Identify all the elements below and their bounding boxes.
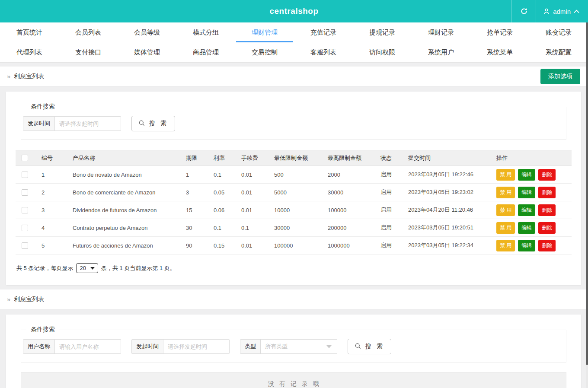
fee: 0.1 [238,219,271,237]
user-icon [543,8,550,15]
rate: 0.06 [210,201,238,219]
breadcrumb-bar-1: » 利息宝列表 添加选项 [0,67,588,86]
max-amount: 200000 [324,219,377,237]
nav-item-r2-1[interactable]: 支付接口 [59,42,118,62]
submit-time: 2023年03月05日 19:20:51 [405,219,493,237]
username-input[interactable] [55,340,121,353]
row-checkbox[interactable] [22,172,28,178]
empty-records-message: 没有记录哦 [21,372,566,388]
disable-button[interactable]: 禁 用 [496,169,515,181]
col-header-min: 最低限制金额 [271,150,324,166]
chevron-up-icon [574,10,579,13]
product-table: 编号 产品名称 期限 利率 手续费 最低限制金额 最高限制金额 状态 提交时间 … [16,150,572,254]
search-button-2[interactable]: 搜 索 [348,339,391,354]
delete-button[interactable]: 删除 [538,240,556,251]
nav-item-r1-0[interactable]: 首页统计 [0,22,59,42]
add-option-button[interactable]: 添加选项 [540,69,580,84]
topbar-controls: admin [511,0,588,22]
col-header-fee: 手续费 [238,150,271,166]
col-header-term: 期限 [182,150,210,166]
nav-item-r1-4[interactable]: 理财管理 [235,22,294,42]
col-header-status: 状态 [377,150,405,166]
nav-item-r1-1[interactable]: 会员列表 [59,22,118,42]
col-header-max: 最高限制金额 [324,150,377,166]
select-all-checkbox[interactable] [22,155,28,161]
nav-item-r1-2[interactable]: 会员等级 [118,22,176,42]
disable-button[interactable]: 禁 用 [496,240,515,251]
scrollbar-track[interactable] [586,22,588,388]
nav-item-r1-8[interactable]: 抢单记录 [470,22,529,42]
app-title: centralshop [0,0,588,22]
row-id: 2 [38,184,69,201]
delete-button[interactable]: 删除 [538,204,556,216]
nav-row-1: 首页统计会员列表会员等级模式分组理财管理充值记录提现记录理财记录抢单记录账变记录 [0,22,588,42]
row-actions: 禁 用编辑删除 [493,219,572,237]
top-bar: centralshop admin [0,0,588,22]
nav-item-r2-3[interactable]: 商品管理 [176,42,235,62]
nav-item-r2-2[interactable]: 媒体管理 [118,42,176,62]
col-header-actions: 操作 [493,150,572,166]
term: 3 [182,184,210,201]
nav-item-r2-8[interactable]: 系统菜单 [470,42,529,62]
submit-time: 2023年04月20日 11:20:46 [405,201,493,219]
row-checkbox[interactable] [22,189,28,196]
max-amount: 2000 [324,166,377,184]
fee: 0.01 [238,201,271,219]
status-text: 启用 [377,219,405,237]
row-id: 3 [38,201,69,219]
username-label: 用户名称 [23,340,55,353]
pagination-suffix: 条，共 1 页当前显示第 1 页。 [101,264,176,272]
search-button[interactable]: 搜 索 [131,116,175,131]
min-amount: 10000 [271,201,324,219]
status-text: 启用 [377,166,405,184]
edit-button[interactable]: 编辑 [518,204,535,216]
nav-item-r2-5[interactable]: 客服列表 [294,42,353,62]
col-header-rate: 利率 [210,150,238,166]
nav-item-r1-5[interactable]: 充值记录 [294,22,353,42]
status-text: 启用 [377,201,405,219]
nav-item-r2-0[interactable]: 代理列表 [0,42,59,62]
edit-button[interactable]: 编辑 [518,240,535,251]
edit-button[interactable]: 编辑 [518,187,535,198]
edit-button[interactable]: 编辑 [518,222,535,234]
refresh-button[interactable] [511,0,536,22]
start-time-input-2[interactable] [163,340,229,353]
scrollbar-thumb[interactable] [586,22,588,365]
type-label: 类型 [240,340,261,353]
search-icon [138,120,145,128]
disable-button[interactable]: 禁 用 [496,222,515,234]
nav-item-r1-9[interactable]: 账变记录 [529,22,588,42]
nav-item-r1-7[interactable]: 理财记录 [412,22,470,42]
delete-button[interactable]: 删除 [538,169,556,181]
status-text: 启用 [377,237,405,254]
nav-item-r2-4[interactable]: 交易控制 [235,42,294,62]
table-row: 2Bono de comerciante de Amazon30.050.015… [16,184,572,201]
nav-item-r2-6[interactable]: 访问权限 [353,42,412,62]
row-checkbox[interactable] [22,242,28,249]
row-actions: 禁 用编辑删除 [493,201,572,219]
disable-button[interactable]: 禁 用 [496,204,515,216]
max-amount: 100000 [324,201,377,219]
page-title-2: 利息宝列表 [14,296,44,303]
nav-item-r1-3[interactable]: 模式分组 [176,22,235,42]
edit-button[interactable]: 编辑 [518,169,535,181]
product-name: Bono de comerciante de Amazon [69,184,182,201]
start-time-input[interactable] [55,117,121,130]
table-row: 4Contrato perpetuo de Amazon300.10.13000… [16,219,572,237]
nav-item-r2-9[interactable]: 系统配置 [529,42,588,62]
admin-menu[interactable]: admin [536,0,588,22]
fee: 0.01 [238,184,271,201]
delete-button[interactable]: 删除 [538,187,556,198]
row-checkbox[interactable] [22,207,28,213]
pagination: 共 5 条记录，每页显示 20 条，共 1 页当前显示第 1 页。 [16,263,572,273]
row-checkbox[interactable] [22,225,28,231]
delete-button[interactable]: 删除 [538,222,556,234]
nav-item-r1-6[interactable]: 提现记录 [353,22,412,42]
type-select-group[interactable]: 类型 所有类型 [240,339,337,354]
nav-item-r2-7[interactable]: 系统用户 [412,42,470,62]
dropdown-caret-icon [326,340,337,353]
start-time-field-group: 发起时间 [23,116,121,131]
page-size-select[interactable]: 20 [76,263,98,273]
row-actions: 禁 用编辑删除 [493,166,572,184]
disable-button[interactable]: 禁 用 [496,187,515,198]
